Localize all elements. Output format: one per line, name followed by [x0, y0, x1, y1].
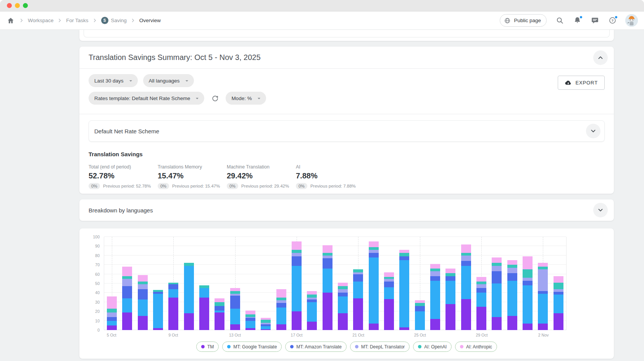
- notifications-bell-icon[interactable]: [573, 16, 582, 25]
- close-window-button[interactable]: [7, 3, 12, 8]
- svg-text:?: ?: [611, 18, 613, 23]
- bar-20-oct[interactable]: [338, 283, 348, 330]
- bar-segment-ai-anthropic: [369, 241, 379, 247]
- bar-26-oct[interactable]: [430, 264, 440, 330]
- bar-10-oct[interactable]: [184, 263, 194, 330]
- bar-1-nov[interactable]: [523, 256, 533, 330]
- legend-item-ai-anthropic[interactable]: AI: Anthropic: [455, 342, 497, 352]
- legend-color-dot: [290, 345, 294, 348]
- bar-19-oct[interactable]: [323, 245, 332, 330]
- bar-25-oct[interactable]: [415, 300, 425, 330]
- bar-segment-tm: [369, 324, 379, 330]
- bar-14-oct[interactable]: [245, 311, 255, 330]
- bar-segment-mt-amazon-translate: [461, 261, 471, 265]
- bar-21-oct[interactable]: [353, 269, 363, 330]
- bar-segment-ai-openai: [492, 263, 502, 265]
- home-icon[interactable]: [6, 16, 15, 25]
- bar-segment-mt-deepl-translator: [292, 253, 302, 257]
- bar-27-oct[interactable]: [445, 269, 455, 330]
- bar-segment-mt-google-translate: [307, 302, 317, 322]
- bar-13-oct[interactable]: [230, 288, 240, 330]
- breadcrumb-saving[interactable]: S Saving: [101, 17, 127, 24]
- bar-22-oct[interactable]: [369, 241, 379, 330]
- bar-segment-tm: [461, 299, 471, 330]
- bar-segment-mt-deepl-translator: [276, 300, 286, 303]
- delta-badge: 0%: [89, 183, 100, 189]
- bar-segment-mt-google-translate: [184, 266, 194, 313]
- bar-segment-ai-openai: [230, 291, 240, 294]
- bar-29-oct[interactable]: [476, 277, 486, 330]
- bar-segment-mt-google-translate: [338, 296, 348, 313]
- bar-segment-ai-openai: [338, 286, 348, 289]
- bar-9-oct[interactable]: [168, 283, 178, 330]
- bar-segment-mt-google-translate: [399, 260, 409, 327]
- bar-segment-mt-amazon-translate: [492, 271, 502, 283]
- collapse-summary-button[interactable]: [593, 50, 608, 65]
- search-icon[interactable]: [555, 16, 564, 25]
- bar-segment-mt-amazon-translate: [353, 274, 363, 282]
- export-button[interactable]: EXPORT: [558, 76, 605, 90]
- maximize-window-button[interactable]: [23, 3, 28, 8]
- breadcrumb-workspace[interactable]: Workspace: [28, 18, 53, 23]
- bar-23-oct[interactable]: [384, 272, 394, 330]
- expand-rate-scheme-button[interactable]: [586, 124, 600, 138]
- bar-31-oct[interactable]: [507, 260, 517, 330]
- translation-savings-summary-card: Translation Savings Summary: Oct 5 - Nov…: [79, 47, 614, 194]
- legend-item-mt-deepl-translator[interactable]: MT: DeepL Translator: [350, 342, 410, 352]
- legend-item-ai-openai[interactable]: AI: OpenAI: [413, 342, 452, 352]
- bar-segment-mt-amazon-translate: [369, 253, 379, 257]
- public-page-button[interactable]: Public page: [500, 14, 547, 27]
- x-axis-label-2-nov: 2 Nov: [536, 330, 551, 338]
- x-axis-spacer: [489, 330, 505, 338]
- languages-filter-dropdown[interactable]: All languages: [143, 74, 194, 87]
- bar-segment-ai-anthropic: [492, 257, 502, 263]
- bar-28-oct[interactable]: [461, 244, 471, 330]
- minimize-window-button[interactable]: [15, 3, 20, 8]
- legend-item-mt-amazon-translate[interactable]: MT: Amazon Translate: [285, 342, 347, 352]
- bar-8-oct[interactable]: [153, 290, 163, 330]
- messages-icon[interactable]: [590, 16, 599, 25]
- bar-segment-tm: [507, 316, 517, 330]
- bar-3-nov[interactable]: [554, 276, 563, 330]
- period-filter-dropdown[interactable]: Last 30 days: [89, 74, 138, 87]
- y-axis-label: 50: [95, 281, 100, 286]
- bar-7-oct[interactable]: [138, 275, 148, 330]
- help-icon[interactable]: ?: [608, 16, 617, 25]
- bar-segment-tm: [538, 324, 548, 330]
- bar-segment-ai-anthropic: [138, 275, 148, 282]
- bar-15-oct[interactable]: [261, 318, 271, 330]
- caret-down-icon: [256, 95, 262, 102]
- bar-segment-mt-google-translate: [461, 266, 471, 299]
- divider: [79, 114, 614, 114]
- bar-segment-mt-google-translate: [261, 326, 271, 329]
- bar-segment-ai-anthropic: [292, 241, 302, 250]
- rates-template-dropdown[interactable]: Rates template: Default Net Rate Scheme: [89, 92, 204, 105]
- breadcrumb-overview[interactable]: Overview: [139, 18, 161, 23]
- bar-2-nov[interactable]: [538, 263, 548, 330]
- bar-11-oct[interactable]: [199, 285, 209, 330]
- x-axis-spacer: [381, 330, 397, 338]
- x-axis-label-25-oct: 25 Oct: [412, 330, 428, 338]
- bar-30-oct[interactable]: [492, 257, 502, 330]
- bar-segment-mt-google-translate: [292, 266, 302, 312]
- legend-item-mt-google-translate[interactable]: MT: Google Translate: [222, 342, 282, 352]
- bar-12-oct[interactable]: [215, 298, 224, 330]
- bar-segment-ai-anthropic: [445, 269, 455, 273]
- mode-dropdown[interactable]: Mode: %: [226, 92, 266, 105]
- bar-17-oct[interactable]: [292, 241, 302, 330]
- bar-5-oct[interactable]: [107, 296, 117, 330]
- stat-ai: AI 7.88% 0% Previous period: 7.88%: [296, 164, 365, 189]
- legend-item-tm[interactable]: TM: [196, 342, 219, 352]
- breadcrumb-for-tasks[interactable]: For Tasks: [66, 18, 88, 23]
- bar-segment-tm: [523, 324, 533, 330]
- refresh-button[interactable]: [210, 93, 220, 104]
- bar-segment-tm: [215, 312, 224, 330]
- bar-16-oct[interactable]: [276, 289, 286, 330]
- y-axis-label: 10: [95, 319, 100, 323]
- bar-24-oct[interactable]: [399, 250, 409, 330]
- bar-18-oct[interactable]: [307, 291, 317, 330]
- bar-6-oct[interactable]: [122, 267, 132, 330]
- expand-breakdown-button[interactable]: [593, 203, 608, 217]
- window-chrome: [0, 0, 644, 11]
- user-avatar[interactable]: [625, 14, 638, 27]
